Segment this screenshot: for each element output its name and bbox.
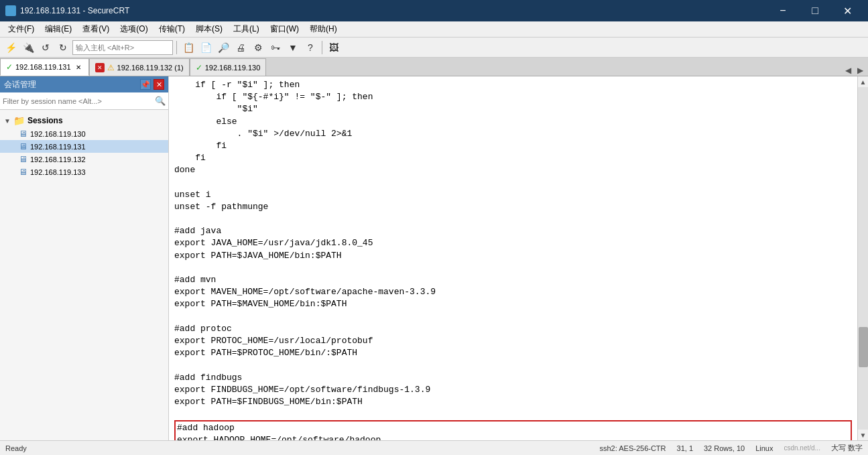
sessions-section-header[interactable]: ▼ 📁 Sessions <box>0 114 168 127</box>
tab-nav: ◀ ▶ <box>840 65 868 76</box>
menu-script[interactable]: 脚本(S) <box>190 22 228 36</box>
toolbar-keymap[interactable]: 🗝 <box>267 40 284 56</box>
tab-label-1: 192.168.119.131 <box>15 63 71 71</box>
tab-nav-next[interactable]: ▶ <box>855 65 865 76</box>
status-watermark: csdn.net/d... <box>784 444 820 452</box>
session-icon-133: 🖥 <box>19 167 27 177</box>
menu-transfer[interactable]: 传输(T) <box>153 22 190 36</box>
toolbar-quick-connect[interactable]: 🔌 <box>20 40 36 56</box>
toolbar-help[interactable]: ? <box>302 40 318 56</box>
terminal-area: if [ -r "$i" ]; then if [ "${-#*i}" != "… <box>169 76 868 440</box>
window-controls: − □ ✕ <box>767 0 863 21</box>
content-area: 会话管理 📌 ✕ 🔍 ▼ 📁 Sessions 🖥 192.168.119.13… <box>0 76 868 440</box>
status-bar: Ready ssh2: AES-256-CTR 31, 1 32 Rows, 1… <box>0 440 868 455</box>
toolbar: ⚡ 🔌 ↺ ↻ 📋 📄 🔎 🖨 ⚙ 🗝 ▼ ? 🖼 <box>0 38 868 58</box>
tab-close-1[interactable]: ✕ <box>74 62 83 72</box>
toolbar-connect[interactable]: ⚡ <box>3 40 19 56</box>
minimize-button[interactable]: − <box>767 0 798 21</box>
session-filter: 🔍 <box>0 92 168 110</box>
tab-bar: ✓ 192.168.119.131 ✕ ✕ ⚠ 192.168.119.132 … <box>0 58 868 76</box>
session-header-controls: 📌 ✕ <box>140 79 164 90</box>
session-panel: 会话管理 📌 ✕ 🔍 ▼ 📁 Sessions 🖥 192.168.119.13… <box>0 76 169 440</box>
toolbar-reconnect[interactable]: ↺ <box>38 40 54 56</box>
tree-expand-arrow: ▼ <box>4 117 11 125</box>
terminal-content[interactable]: if [ -r "$i" ]; then if [ "${-#*i}" != "… <box>169 76 868 440</box>
menu-help[interactable]: 帮助(H) <box>304 22 343 36</box>
tab-label-3: 192.168.119.130 <box>205 64 261 72</box>
session-icon-131: 🖥 <box>19 141 27 151</box>
menu-file[interactable]: 文件(F) <box>3 22 40 36</box>
status-encryption: ssh2: AES-256-CTR <box>599 444 666 452</box>
session-tree: ▼ 📁 Sessions 🖥 192.168.119.130 🖥 192.168… <box>0 110 168 440</box>
toolbar-print[interactable]: 🖨 <box>233 40 249 56</box>
tab-status-warn: ⚠ <box>107 63 115 72</box>
scroll-down-button[interactable]: ▼ <box>858 430 869 440</box>
host-input[interactable] <box>72 40 173 55</box>
session-panel-title: 会话管理 <box>4 79 36 90</box>
menu-options[interactable]: 选项(O) <box>115 22 153 36</box>
tab-status-check: ✓ <box>6 62 13 72</box>
menu-view[interactable]: 查看(V) <box>77 22 115 36</box>
status-os: Linux <box>755 444 773 452</box>
scroll-thumb[interactable] <box>859 327 868 367</box>
close-button[interactable]: ✕ <box>832 0 863 21</box>
tab-192-168-119-131[interactable]: ✓ 192.168.119.131 ✕ <box>0 58 89 76</box>
status-ready: Ready <box>5 444 27 452</box>
toolbar-paste[interactable]: 📄 <box>198 40 214 56</box>
tab-nav-prev[interactable]: ◀ <box>843 65 853 76</box>
session-close-button[interactable]: ✕ <box>153 79 164 90</box>
menu-edit[interactable]: 编辑(E) <box>40 22 77 36</box>
toolbar-separator <box>176 41 177 54</box>
session-label-133: 192.168.119.133 <box>30 168 86 176</box>
menu-bar: 文件(F) 编辑(E) 查看(V) 选项(O) 传输(T) 脚本(S) 工具(L… <box>0 21 868 38</box>
tree-folder-icon: 📁 <box>13 115 25 126</box>
toolbar-disconnect[interactable]: ↻ <box>55 40 71 56</box>
session-item-130[interactable]: 🖥 192.168.119.130 <box>0 127 168 140</box>
app-icon <box>5 5 16 16</box>
tab-status-check-3: ✓ <box>196 63 202 72</box>
toolbar-find[interactable]: 🔎 <box>215 40 231 56</box>
tab-close-x-1[interactable]: ✕ <box>95 63 105 72</box>
filter-search-icon: 🔍 <box>155 96 166 106</box>
tab-192-168-119-132[interactable]: ✕ ⚠ 192.168.119.132 (1) <box>89 58 190 76</box>
session-item-132[interactable]: 🖥 192.168.119.132 <box>0 153 168 166</box>
status-position: 31, 1 <box>677 444 693 452</box>
session-label-130: 192.168.119.130 <box>30 130 86 138</box>
session-header: 会话管理 📌 ✕ <box>0 76 168 92</box>
toolbar-copy[interactable]: 📋 <box>180 40 196 56</box>
terminal-text[interactable]: if [ -r "$i" ]; then if [ "${-#*i}" != "… <box>169 76 857 440</box>
window-title: 192.168.119.131 - SecureCRT <box>20 6 129 15</box>
terminal-scrollbar[interactable]: ▲ ▼ <box>857 76 868 440</box>
session-icon-130: 🖥 <box>19 129 27 139</box>
tab-192-168-119-130[interactable]: ✓ 192.168.119.130 <box>190 58 267 76</box>
maximize-button[interactable]: □ <box>800 0 830 21</box>
tab-label-2: 192.168.119.132 (1) <box>117 64 184 72</box>
status-ime: 大写 数字 <box>831 443 863 453</box>
scroll-up-button[interactable]: ▲ <box>858 76 869 87</box>
title-bar: 192.168.119.131 - SecureCRT − □ ✕ <box>0 0 868 21</box>
menu-window[interactable]: 窗口(W) <box>265 22 304 36</box>
session-filter-input[interactable] <box>3 97 152 105</box>
toolbar-tftp[interactable]: ▼ <box>285 40 301 56</box>
toolbar-separator2 <box>322 41 322 54</box>
session-item-131[interactable]: 🖥 192.168.119.131 <box>0 140 168 153</box>
session-icon-132: 🖥 <box>19 154 27 164</box>
session-pin-button[interactable]: 📌 <box>140 79 151 90</box>
status-right: ssh2: AES-256-CTR 31, 1 32 Rows, 10 Linu… <box>599 443 863 453</box>
session-item-133[interactable]: 🖥 192.168.119.133 <box>0 166 168 178</box>
toolbar-image[interactable]: 🖼 <box>326 40 342 56</box>
menu-tools[interactable]: 工具(L) <box>228 22 265 36</box>
session-label-131: 192.168.119.131 <box>30 143 86 151</box>
sessions-section: ▼ 📁 Sessions 🖥 192.168.119.130 🖥 192.168… <box>0 113 168 180</box>
session-label-132: 192.168.119.132 <box>30 155 86 164</box>
status-rows-cols: 32 Rows, 10 <box>704 444 745 452</box>
sessions-label: Sessions <box>27 116 63 125</box>
scroll-track[interactable] <box>858 87 869 430</box>
toolbar-settings[interactable]: ⚙ <box>250 40 266 56</box>
